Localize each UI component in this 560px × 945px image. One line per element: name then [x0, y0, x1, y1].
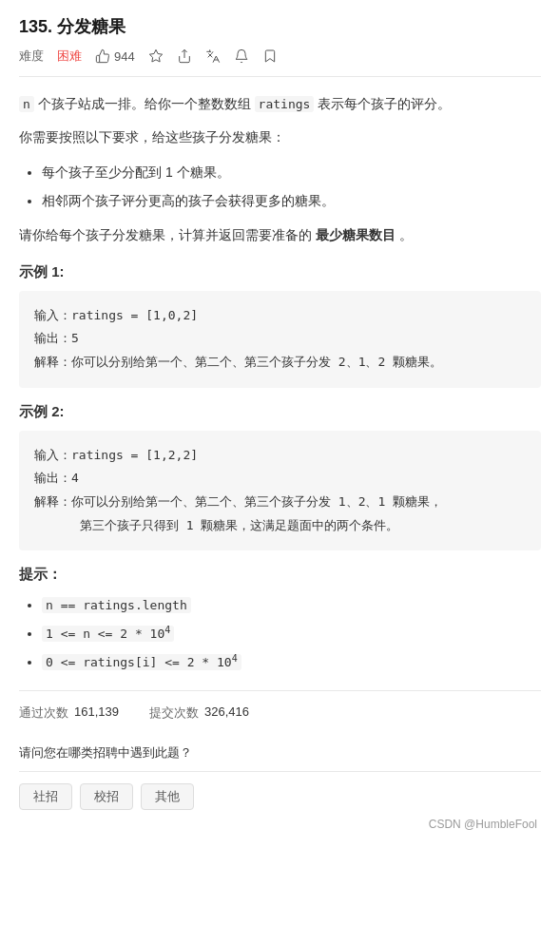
- requirement-2: 相邻两个孩子评分更高的孩子会获得更多的糖果。: [42, 187, 541, 214]
- example2-explain-line2: 第三个孩子只得到 1 颗糖果，这满足题面中的两个条件。: [34, 514, 526, 538]
- task-paragraph: 请你给每个孩子分发糖果，计算并返回需要准备的 最少糖果数目 。: [19, 223, 541, 247]
- share-button[interactable]: [177, 48, 192, 64]
- hints-section: 提示： n == ratings.length 1 <= n <= 2 * 10…: [19, 566, 541, 675]
- tag-xiaozao[interactable]: 校招: [80, 783, 133, 810]
- pass-value: 161,139: [74, 704, 119, 722]
- difficulty-badge: 困难: [57, 48, 82, 65]
- svg-marker-0: [149, 49, 162, 62]
- n-code: n: [19, 96, 34, 112]
- requirement-intro: 你需要按照以下要求，给这些孩子分发糖果：: [19, 125, 541, 149]
- task-bold: 最少糖果数目: [316, 227, 396, 242]
- example1-title: 示例 1:: [19, 263, 541, 281]
- pass-label: 通过次数: [19, 704, 68, 722]
- like-count: 944: [114, 49, 135, 64]
- title-row: 135. 分发糖果: [19, 15, 541, 38]
- problem-description: n 个孩子站成一排。给你一个整数数组 ratings 表示每个孩子的评分。 你需…: [19, 92, 541, 248]
- star-icon: [148, 48, 164, 64]
- hint-item-1: 1 <= n <= 2 * 104: [42, 620, 541, 646]
- tag-shezao[interactable]: 社招: [19, 783, 72, 810]
- hint-item-0: n == ratings.length: [42, 591, 541, 618]
- meta-row: 难度 困难 944: [19, 48, 541, 77]
- stats-row: 通过次数 161,139 提交次数 326,416: [19, 690, 541, 735]
- translate-icon: [205, 48, 221, 64]
- tag-other[interactable]: 其他: [141, 783, 194, 810]
- translate-button[interactable]: [205, 48, 221, 64]
- bookmark-button[interactable]: [262, 48, 278, 64]
- like-button[interactable]: 944: [95, 48, 135, 64]
- submit-stat: 提交次数 326,416: [149, 704, 249, 722]
- bookmark-icon: [262, 48, 278, 64]
- intro-paragraph: n 个孩子站成一排。给你一个整数数组 ratings 表示每个孩子的评分。: [19, 92, 541, 116]
- thumbs-up-icon: [95, 48, 110, 64]
- example1-input: 输入：ratings = [1,0,2]: [34, 304, 526, 328]
- requirement-1: 每个孩子至少分配到 1 个糖果。: [42, 159, 541, 185]
- example2-title: 示例 2:: [19, 403, 541, 421]
- example1-box: 输入：ratings = [1,0,2] 输出：5 解释：你可以分别给第一个、第…: [19, 291, 541, 388]
- example2-explain: 解释：你可以分别给第一个、第二个、第三个孩子分发 1、2、1 颗糖果，: [34, 491, 526, 514]
- star-button[interactable]: [148, 48, 164, 64]
- submit-value: 326,416: [204, 704, 249, 722]
- watermark: CSDN @HumbleFool: [19, 818, 541, 831]
- share-icon: [177, 48, 192, 64]
- bell-button[interactable]: [234, 48, 249, 64]
- question-row: 请问您在哪类招聘中遇到此题？: [19, 744, 541, 772]
- question-text: 请问您在哪类招聘中遇到此题？: [19, 745, 192, 760]
- bell-icon: [234, 48, 249, 64]
- tag-row[interactable]: 社招 校招 其他: [19, 783, 541, 810]
- hints-title: 提示：: [19, 566, 541, 584]
- example1-explain: 解释：你可以分别给第一个、第二个、第三个孩子分发 2、1、2 颗糖果。: [34, 351, 526, 375]
- difficulty-label: 难度: [19, 48, 44, 65]
- example2-box: 输入：ratings = [1,2,2] 输出：4 解释：你可以分别给第一个、第…: [19, 431, 541, 551]
- hint-item-2: 0 <= ratings[i] <= 2 * 104: [42, 648, 541, 675]
- ratings-code: ratings: [255, 96, 315, 112]
- problem-title: 135. 分发糖果: [19, 15, 126, 38]
- submit-label: 提交次数: [149, 704, 199, 722]
- hints-list: n == ratings.length 1 <= n <= 2 * 104 0 …: [42, 591, 541, 675]
- example2-output: 输出：4: [34, 467, 526, 491]
- requirements-list: 每个孩子至少分配到 1 个糖果。 相邻两个孩子评分更高的孩子会获得更多的糖果。: [42, 159, 541, 214]
- example1-output: 输出：5: [34, 327, 526, 351]
- page-container: 135. 分发糖果 难度 困难 944: [0, 0, 560, 846]
- example2-input: 输入：ratings = [1,2,2]: [34, 444, 526, 468]
- pass-stat: 通过次数 161,139: [19, 704, 119, 722]
